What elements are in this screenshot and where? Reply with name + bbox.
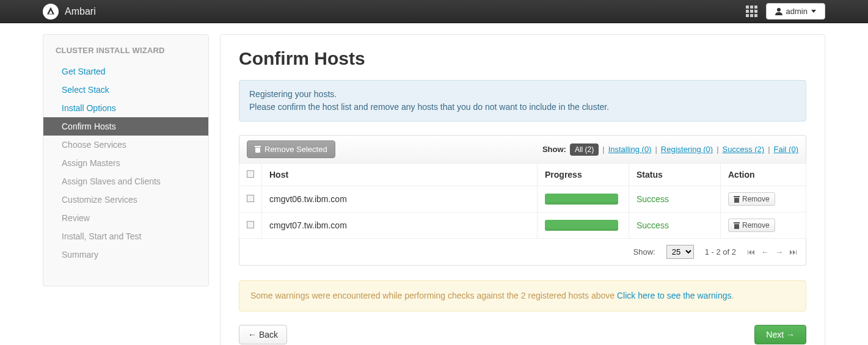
wizard-sidebar-title: CLUSTER INSTALL WIZARD xyxy=(43,35,208,59)
wizard-step-list: Get StartedSelect StackInstall OptionsCo… xyxy=(43,59,208,267)
table-row: cmgvt06.tw.ibm.comSuccessRemove xyxy=(239,186,806,212)
pager-nav: ⏮ ← → ⏭ xyxy=(747,247,797,256)
nav-right: admin xyxy=(746,3,825,20)
row-checkbox[interactable] xyxy=(247,195,254,202)
filter-all[interactable]: All (2) xyxy=(570,143,599,156)
wizard-sidebar: CLUSTER INSTALL WIZARD Get StartedSelect… xyxy=(43,34,209,286)
admin-dropdown-button[interactable]: admin xyxy=(766,3,825,20)
wizard-step-10: Summary xyxy=(43,245,208,264)
wizard-step-7: Customize Services xyxy=(43,191,208,209)
col-action: Action xyxy=(721,164,806,186)
info-line-1: Registering your hosts. xyxy=(249,88,796,101)
wizard-step-3: Confirm Hosts xyxy=(43,117,208,136)
wizard-step-6: Assign Slaves and Clients xyxy=(43,172,208,191)
select-all-checkbox[interactable] xyxy=(247,170,254,178)
hosts-toolbar: Remove Selected Show: All (2) | Installi… xyxy=(239,135,806,163)
row-host: cmgvt07.tw.ibm.com xyxy=(262,212,538,239)
wizard-step-2[interactable]: Install Options xyxy=(43,99,208,117)
nav-left: Ambari xyxy=(43,4,96,20)
admin-dropdown-label: admin xyxy=(786,7,808,16)
col-progress: Progress xyxy=(538,164,629,186)
row-progress xyxy=(538,212,629,239)
wizard-step-5: Assign Masters xyxy=(43,154,208,172)
row-remove-button[interactable]: Remove xyxy=(728,219,775,232)
top-navbar: Ambari admin xyxy=(0,0,868,23)
wizard-step-4: Choose Services xyxy=(43,136,208,154)
row-checkbox[interactable] xyxy=(247,221,254,228)
wizard-step-0[interactable]: Get Started xyxy=(43,62,208,81)
col-status: Status xyxy=(629,164,721,186)
apps-grid-icon[interactable] xyxy=(746,5,757,17)
trash-icon xyxy=(255,146,261,153)
remove-selected-label: Remove Selected xyxy=(264,145,327,154)
filter-success[interactable]: Success (2) xyxy=(723,145,765,154)
table-row: cmgvt07.tw.ibm.comSuccessRemove xyxy=(239,212,806,239)
warnings-link[interactable]: Click here to see the warnings xyxy=(617,291,732,300)
info-panel: Registering your hosts. Please confirm t… xyxy=(239,80,806,122)
filter-bar: Show: All (2) | Installing (0) | Registe… xyxy=(542,143,798,156)
wizard-step-1[interactable]: Select Stack xyxy=(43,81,208,99)
ambari-logo-icon xyxy=(43,4,59,20)
pager-last-icon[interactable]: ⏭ xyxy=(789,247,797,256)
row-remove-button[interactable]: Remove xyxy=(728,192,775,206)
brand-label: Ambari xyxy=(65,6,96,17)
wizard-step-9: Install, Start and Test xyxy=(43,227,208,245)
warnings-panel: Some warnings were encountered while per… xyxy=(239,280,806,311)
pager-next-icon[interactable]: → xyxy=(775,247,783,256)
caret-down-icon xyxy=(811,10,816,13)
wizard-step-8: Review xyxy=(43,209,208,227)
row-status: Success xyxy=(629,212,721,239)
row-host: cmgvt06.tw.ibm.com xyxy=(262,186,538,212)
filter-fail[interactable]: Fail (0) xyxy=(774,145,798,154)
page-title: Confirm Hosts xyxy=(239,48,806,69)
trash-icon xyxy=(734,222,740,229)
info-line-2: Please confirm the host list and remove … xyxy=(249,101,796,114)
remove-selected-button[interactable]: Remove Selected xyxy=(247,140,335,158)
warnings-period: . xyxy=(732,291,734,300)
row-status: Success xyxy=(629,186,721,212)
pager: Show: 25 1 - 2 of 2 ⏮ ← → ⏭ xyxy=(239,239,806,266)
pager-prev-icon[interactable]: ← xyxy=(761,247,769,256)
filter-installing[interactable]: Installing (0) xyxy=(608,145,652,154)
wizard-footer: ← Back Next → xyxy=(239,325,806,344)
wizard-main-panel: Confirm Hosts Registering your hosts. Pl… xyxy=(220,34,825,345)
col-host: Host xyxy=(262,164,538,186)
pager-page-size-select[interactable]: 25 xyxy=(666,245,694,259)
next-button[interactable]: Next → xyxy=(754,325,806,344)
progress-bar-icon xyxy=(545,194,618,205)
warnings-text: Some warnings were encountered while per… xyxy=(250,291,617,300)
filter-show-label: Show: xyxy=(542,145,566,154)
hosts-table: Host Progress Status Action cmgvt06.tw.i… xyxy=(239,163,806,239)
row-progress xyxy=(538,186,629,212)
pager-range-label: 1 - 2 of 2 xyxy=(705,247,736,256)
back-button[interactable]: ← Back xyxy=(239,325,287,344)
pager-show-label: Show: xyxy=(633,247,655,256)
user-icon xyxy=(775,8,782,15)
filter-registering[interactable]: Registering (0) xyxy=(661,145,713,154)
progress-bar-icon xyxy=(545,220,618,231)
select-all-header xyxy=(239,164,262,186)
pager-first-icon[interactable]: ⏮ xyxy=(747,247,755,256)
trash-icon xyxy=(734,196,740,203)
